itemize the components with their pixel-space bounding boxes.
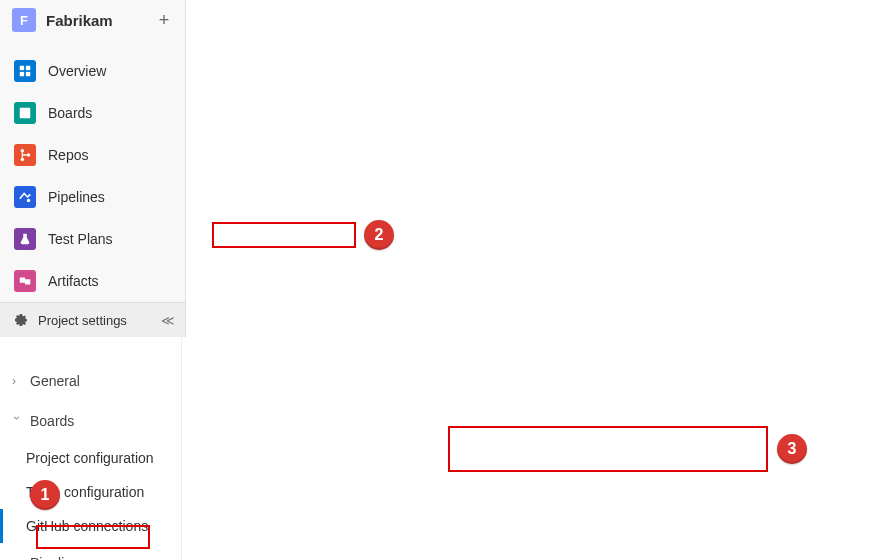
svg-point-8 xyxy=(27,199,31,203)
nav-artifacts[interactable]: Artifacts xyxy=(0,260,185,302)
subnav-boards[interactable]: › Boards xyxy=(0,401,181,441)
svg-rect-9 xyxy=(20,278,25,283)
artifacts-icon xyxy=(14,270,36,292)
nav-boards[interactable]: Boards xyxy=(0,92,185,134)
settings-subnav: › General › Boards Project configuration… xyxy=(0,337,182,560)
subnav-github-connections[interactable]: GitHub connections xyxy=(0,509,181,543)
nav-repos-label: Repos xyxy=(48,147,88,163)
overview-icon xyxy=(14,60,36,82)
chevron-right-icon: › xyxy=(12,556,22,560)
callout-badge-2: 2 xyxy=(364,220,394,250)
subnav-pipelines-label: Pipelines xyxy=(30,555,87,560)
subnav-general[interactable]: › General xyxy=(0,361,181,401)
nav-repos[interactable]: Repos xyxy=(0,134,185,176)
svg-rect-3 xyxy=(26,72,30,76)
nav-artifacts-label: Artifacts xyxy=(48,273,99,289)
subnav-general-label: General xyxy=(30,373,80,389)
svg-point-6 xyxy=(21,158,25,162)
callout-box-3 xyxy=(448,426,768,472)
nav-overview[interactable]: Overview xyxy=(0,50,185,92)
nav-boards-label: Boards xyxy=(48,105,92,121)
nav-testplans-label: Test Plans xyxy=(48,231,113,247)
pipelines-icon xyxy=(14,186,36,208)
subnav-project-config[interactable]: Project configuration xyxy=(22,441,181,475)
repos-icon xyxy=(14,144,36,166)
callout-badge-3: 3 xyxy=(777,434,807,464)
project-avatar: F xyxy=(12,8,36,32)
svg-rect-2 xyxy=(20,72,24,76)
nav-pipelines-label: Pipelines xyxy=(48,189,105,205)
svg-point-5 xyxy=(21,149,25,153)
left-nav: F Fabrikam + Overview Boards Repos Pipel… xyxy=(0,0,186,337)
project-settings-row[interactable]: Project settings ≪ xyxy=(0,302,185,337)
boards-icon xyxy=(14,102,36,124)
subnav-boards-label: Boards xyxy=(30,413,74,429)
svg-rect-0 xyxy=(20,66,24,70)
collapse-icon[interactable]: ≪ xyxy=(161,313,175,328)
subnav-team-config[interactable]: Team configuration xyxy=(22,475,181,509)
gear-icon xyxy=(12,311,30,329)
callout-box-2 xyxy=(212,222,356,248)
subnav-pipelines[interactable]: › Pipelines xyxy=(0,543,181,560)
svg-rect-10 xyxy=(25,279,30,284)
project-settings-label: Project settings xyxy=(38,313,127,328)
project-header[interactable]: F Fabrikam + xyxy=(0,0,185,42)
chevron-down-icon: › xyxy=(10,416,24,426)
chevron-right-icon: › xyxy=(12,374,22,388)
project-name: Fabrikam xyxy=(46,12,143,29)
nav-overview-label: Overview xyxy=(48,63,106,79)
nav-testplans[interactable]: Test Plans xyxy=(0,218,185,260)
testplans-icon xyxy=(14,228,36,250)
plus-icon[interactable]: + xyxy=(153,9,175,31)
nav-pipelines[interactable]: Pipelines xyxy=(0,176,185,218)
svg-point-7 xyxy=(27,153,31,157)
svg-rect-1 xyxy=(26,66,30,70)
